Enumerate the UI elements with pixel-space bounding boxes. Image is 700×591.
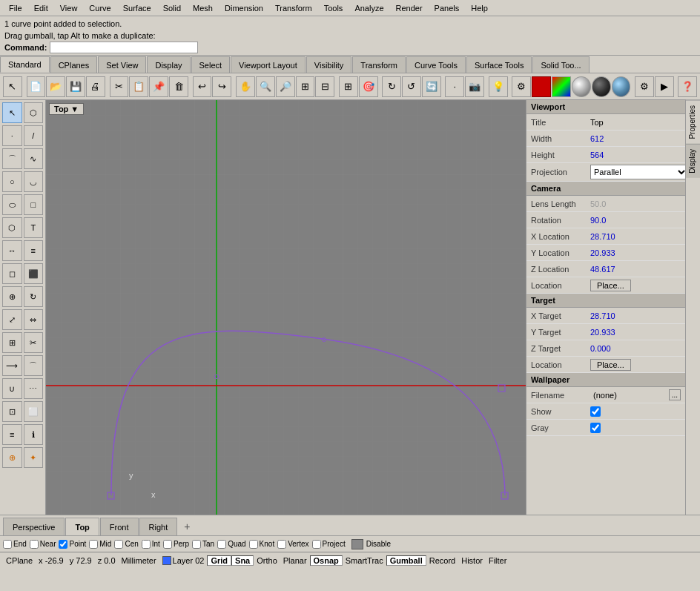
- menu-surface[interactable]: Surface: [117, 2, 157, 14]
- tb-copy-btn[interactable]: 📋: [129, 76, 148, 97]
- snap-vertex-check[interactable]: [277, 540, 286, 549]
- tab-surface-tools[interactable]: Surface Tools: [466, 56, 532, 73]
- snap-near[interactable]: Near: [30, 540, 56, 549]
- status-gumball[interactable]: Gumball: [386, 555, 426, 566]
- tb-rotate1-btn[interactable]: ↻: [382, 76, 401, 97]
- menu-edit[interactable]: Edit: [28, 2, 54, 14]
- menu-render[interactable]: Render: [390, 2, 429, 14]
- status-osnap[interactable]: Osnap: [310, 555, 343, 566]
- snap-end[interactable]: End: [3, 540, 27, 549]
- sb-ellipse-btn[interactable]: ⬭: [2, 194, 22, 215]
- menu-tools[interactable]: Tools: [318, 2, 349, 14]
- menu-help[interactable]: Help: [465, 2, 494, 14]
- sb-curve-btn[interactable]: ∿: [24, 148, 44, 169]
- tb-delete-btn[interactable]: 🗑: [169, 76, 188, 97]
- sb-snap-btn[interactable]: ⊕: [2, 447, 22, 468]
- tb-paste-btn[interactable]: 📌: [149, 76, 168, 97]
- status-snap[interactable]: Sna: [231, 555, 254, 566]
- sb-move-btn[interactable]: ⊕: [2, 286, 22, 307]
- sb-select-btn[interactable]: ⬡: [24, 102, 44, 123]
- snap-knot[interactable]: Knot: [249, 540, 275, 549]
- gray-checkbox[interactable]: [590, 423, 601, 433]
- tb-zoom-ext-btn[interactable]: ⊞: [296, 76, 315, 97]
- panel-row-tgt-location[interactable]: Location Place...: [526, 357, 685, 373]
- sb-dim-btn[interactable]: ↔: [2, 240, 22, 261]
- sb-join-btn[interactable]: ∪: [2, 378, 22, 399]
- tb-select-btn[interactable]: ↖: [3, 76, 22, 97]
- tb-gear-btn[interactable]: ⚙: [512, 76, 531, 97]
- tb-new-btn[interactable]: 📄: [27, 76, 46, 97]
- sb-split-btn[interactable]: ⋯: [24, 378, 44, 399]
- menu-mesh[interactable]: Mesh: [187, 2, 219, 14]
- tb-color2-btn[interactable]: [552, 76, 571, 97]
- camera-place-button[interactable]: Place...: [590, 280, 631, 291]
- snap-int[interactable]: Int: [142, 540, 160, 549]
- sb-trim-btn[interactable]: ✂: [24, 332, 44, 353]
- show-checkbox[interactable]: [590, 406, 601, 417]
- tb-color1-btn[interactable]: [532, 76, 551, 97]
- vp-tab-perspective[interactable]: Perspective: [3, 518, 65, 535]
- tb-camera-btn[interactable]: 📷: [465, 76, 484, 97]
- projection-select[interactable]: Parallel Perspective Two-Point Perspecti…: [590, 165, 685, 179]
- menu-panels[interactable]: Panels: [429, 2, 466, 14]
- snap-end-check[interactable]: [3, 540, 12, 549]
- tab-transform[interactable]: Transform: [352, 56, 406, 73]
- sb-group-btn[interactable]: ⊡: [2, 401, 22, 422]
- menu-file[interactable]: File: [3, 2, 28, 14]
- status-planar[interactable]: Planar: [280, 556, 310, 565]
- sb-scale-btn[interactable]: ⤢: [2, 309, 22, 330]
- tab-setview[interactable]: Set View: [98, 56, 146, 73]
- snap-knot-check[interactable]: [249, 540, 258, 549]
- tb-save-btn[interactable]: 💾: [66, 76, 85, 97]
- sb-extend-btn[interactable]: ⟶: [2, 355, 22, 376]
- tab-cplanes[interactable]: CPlanes: [50, 56, 98, 73]
- sb-rotate2d-btn[interactable]: ↻: [24, 286, 44, 307]
- tb-sphere2-btn[interactable]: [592, 76, 611, 97]
- tb-cut-btn[interactable]: ✂: [110, 76, 129, 97]
- snap-tan[interactable]: Tan: [192, 540, 214, 549]
- vp-tab-front[interactable]: Front: [100, 518, 139, 535]
- tb-settings-btn[interactable]: ⚙: [635, 76, 654, 97]
- sb-polyline-btn[interactable]: ⌒: [2, 148, 22, 169]
- snap-project-check[interactable]: [312, 540, 321, 549]
- viewport-label[interactable]: Top ▼: [49, 103, 84, 115]
- snap-quad[interactable]: Quad: [217, 540, 245, 549]
- status-ortho[interactable]: Ortho: [254, 556, 280, 565]
- sb-text-btn[interactable]: T: [24, 217, 44, 238]
- snap-mid[interactable]: Mid: [89, 540, 111, 549]
- sb-arrow-btn[interactable]: ↖: [2, 102, 22, 123]
- status-smarttrack[interactable]: SmartTrac: [343, 556, 386, 565]
- panel-row-show[interactable]: Show: [526, 403, 685, 420]
- snap-vertex[interactable]: Vertex: [277, 540, 308, 549]
- sb-fillet-btn[interactable]: ⌒: [24, 355, 44, 376]
- tb-light-btn[interactable]: 💡: [489, 76, 508, 97]
- side-tab-properties[interactable]: Properties: [686, 100, 700, 144]
- snap-cen[interactable]: Cen: [114, 540, 138, 549]
- sb-mirror-btn[interactable]: ⇔: [24, 309, 44, 330]
- tb-sphere1-btn[interactable]: [572, 76, 591, 97]
- viewport-area[interactable]: y x Top ▼: [46, 100, 526, 515]
- snap-point[interactable]: Point: [59, 540, 86, 549]
- status-grid[interactable]: Grid: [207, 555, 231, 566]
- snap-quad-check[interactable]: [217, 540, 226, 549]
- tab-select[interactable]: Select: [191, 56, 231, 73]
- snap-point-check[interactable]: [59, 540, 67, 549]
- snap-tan-check[interactable]: [192, 540, 201, 549]
- sb-surface-btn[interactable]: ◻: [2, 263, 22, 284]
- sb-point-btn[interactable]: ·: [2, 125, 22, 146]
- tb-rotate3-btn[interactable]: 🔄: [422, 76, 441, 97]
- panel-row-cam-location[interactable]: Location Place...: [526, 277, 685, 294]
- tb-rotate2-btn[interactable]: ↺: [402, 76, 421, 97]
- tab-display[interactable]: Display: [147, 56, 190, 73]
- tb-zoom-out-btn[interactable]: 🔎: [276, 76, 295, 97]
- sb-rect-btn[interactable]: □: [24, 194, 44, 215]
- tab-viewport-layout[interactable]: Viewport Layout: [231, 56, 306, 73]
- tb-zoom-sel-btn[interactable]: ⊟: [315, 76, 334, 97]
- snap-mid-check[interactable]: [89, 540, 98, 549]
- tb-redo-btn[interactable]: ↪: [212, 76, 231, 97]
- panel-row-projection[interactable]: Projection Parallel Perspective Two-Poin…: [526, 163, 685, 182]
- tb-help-btn[interactable]: ❓: [678, 76, 697, 97]
- snap-int-check[interactable]: [142, 540, 151, 549]
- sb-arc-btn[interactable]: ◡: [24, 171, 44, 192]
- sb-circle-btn[interactable]: ○: [2, 171, 22, 192]
